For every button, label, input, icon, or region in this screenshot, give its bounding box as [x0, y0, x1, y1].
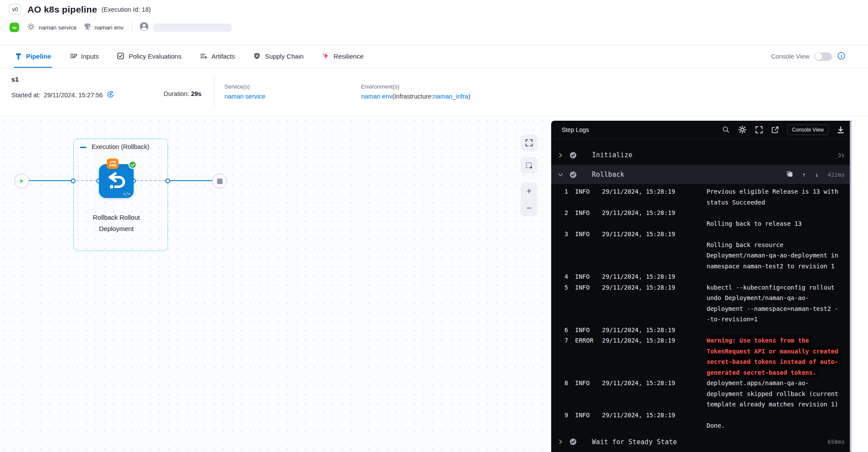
tab-resilience[interactable]: Resilience	[321, 45, 365, 68]
log-row: 2INFO29/11/2024, 15:28:19	[551, 208, 852, 218]
success-check-icon	[569, 438, 577, 445]
page-title: AO k8s pipeline	[27, 4, 97, 15]
tab-supply-chain[interactable]: Supply Chain	[252, 45, 304, 68]
duration-value: 29s	[191, 90, 201, 97]
policy-check-icon	[117, 52, 125, 60]
step-logs-header: Step Logs Console View	[551, 121, 852, 139]
tab-pipeline[interactable]: Pipeline	[14, 45, 52, 68]
search-icon[interactable]	[722, 126, 730, 133]
collapse-group-icon[interactable]	[80, 147, 86, 148]
chevron-right-icon[interactable]	[558, 439, 563, 444]
fullscreen-icon[interactable]	[755, 126, 763, 134]
log-line-number: 4	[562, 273, 568, 280]
step-logs-title: Step Logs	[562, 126, 589, 133]
log-timestamp: 29/11/2024, 15:28:19	[602, 327, 682, 333]
log-row: undo Deployment/naman-qa-ao-	[551, 293, 852, 304]
user-avatar-icon	[139, 21, 149, 33]
tab-label: Inputs	[81, 53, 99, 60]
log-row: -to-revision=1	[551, 314, 852, 325]
log-timestamp: 29/11/2024, 15:28:19	[602, 209, 682, 216]
services-column: Service(s) naman service	[224, 83, 265, 100]
fit-to-screen-button[interactable]	[521, 135, 537, 151]
log-line-number: 2	[562, 209, 568, 216]
log-row: TokenRequest API or manually created	[551, 346, 852, 357]
log-message: deployment skipped rollback (current	[707, 390, 838, 397]
log-message-cell: undo Deployment/naman-qa-ao-	[707, 294, 848, 301]
log-line-number: 7	[562, 337, 568, 344]
group-label: Execution (Rollback)	[92, 143, 149, 150]
log-level: INFO	[575, 231, 597, 238]
rollback-arrow-icon	[105, 170, 128, 194]
environment-link[interactable]: naman env	[361, 93, 392, 100]
services-label: Service(s)	[224, 83, 265, 90]
selection-box-icon	[525, 162, 533, 169]
log-level: INFO	[575, 327, 597, 333]
infrastructure-link[interactable]: naman_infra	[433, 93, 468, 100]
log-row: 7ERROR29/11/2024, 15:28:19Warning: Use t…	[551, 335, 852, 346]
infra-suffix: )	[468, 93, 470, 100]
log-scrollbar[interactable]	[850, 121, 852, 452]
tab-label: Pipeline	[26, 53, 51, 60]
toggle-knob	[815, 53, 822, 60]
log-line-number: 1	[562, 188, 568, 195]
step-name: Initialize	[592, 151, 632, 159]
log-message: template already matches revision 1)	[707, 401, 838, 408]
console-view-button[interactable]: Console View	[787, 125, 829, 135]
edge-start-to-group	[29, 180, 72, 181]
log-message-cell: Previous eligible Release is 13 with	[707, 188, 848, 195]
zoom-out-button[interactable]: −	[526, 203, 532, 212]
step-name: Rollback	[592, 171, 625, 178]
service-link[interactable]: naman service	[224, 93, 265, 100]
log-line-number: 9	[562, 412, 568, 419]
download-logs-icon[interactable]	[837, 126, 845, 134]
stage-name[interactable]: s1	[11, 76, 19, 83]
log-line-number: 3	[562, 231, 568, 238]
log-message: generated secret-based tokens.	[707, 367, 819, 378]
node-label-line2: Deployment	[77, 223, 155, 234]
scroll-up-icon[interactable]: ↑	[802, 171, 806, 178]
step-logs-panel: Step Logs Console View	[551, 121, 852, 452]
tab-artifacts[interactable]: Artifacts	[199, 45, 236, 68]
info-icon[interactable]	[837, 52, 845, 62]
node-label: Rollback Rollout Deployment	[77, 212, 155, 234]
log-message: secret-based tokens instead of auto-	[707, 356, 841, 367]
success-check-icon	[128, 161, 137, 169]
console-view-toggle[interactable]	[815, 53, 832, 61]
environment-name[interactable]: naman env	[95, 24, 124, 31]
log-row: 3INFO29/11/2024, 15:28:19	[551, 229, 852, 240]
service-name[interactable]: naman service	[39, 24, 77, 31]
step-row-initialize[interactable]: Initialize 3s	[551, 145, 852, 165]
log-row: deployment skipped rollback (current	[551, 389, 852, 399]
log-level: INFO	[575, 412, 597, 419]
log-row: 8INFO29/11/2024, 15:28:19deployment.apps…	[551, 378, 852, 389]
chevron-down-icon[interactable]	[558, 172, 563, 177]
console-view-control: Console View	[771, 45, 845, 68]
log-settings-gear-icon[interactable]	[738, 125, 747, 134]
log-level: INFO	[575, 273, 597, 280]
tab-policy-evaluations[interactable]: Policy Evaluations	[116, 45, 182, 68]
log-row: 1INFO29/11/2024, 15:28:19Previous eligib…	[551, 186, 852, 197]
log-message-cell: status Succeeded	[707, 199, 848, 206]
scroll-down-icon[interactable]: ↓	[815, 171, 818, 178]
title-row: v0 AO k8s pipeline (Execution Id: 18)	[9, 4, 151, 15]
open-in-new-tab-icon[interactable]	[771, 126, 779, 134]
log-message: Rolling back resource	[707, 241, 783, 248]
step-row-rollback[interactable]: Rollback ↑ ↓ 422ms	[551, 165, 852, 184]
tab-inputs[interactable]: Inputs	[69, 45, 100, 68]
version-badge[interactable]: v0	[9, 4, 21, 15]
redacted-user-email	[153, 23, 232, 32]
pipeline-canvas[interactable]: Execution (Rollback) </> Rollback Rollou…	[0, 116, 551, 452]
log-row: Deployment/naman-qa-ao-deployment in	[551, 250, 852, 261]
duration-label: Duration:	[164, 90, 189, 97]
rerun-history-icon[interactable]	[106, 90, 115, 100]
rollback-rollout-deployment-node[interactable]: </>	[99, 164, 134, 198]
step-row-wait-for-steady-state[interactable]: Wait for Steady State 658ms	[551, 432, 852, 452]
meta-row: ∞ naman service naman env	[10, 22, 232, 33]
log-message-cell: Rolling back resource	[707, 241, 848, 248]
zoom-in-button[interactable]: +	[526, 186, 532, 195]
chevron-right-icon[interactable]	[558, 153, 563, 158]
copy-logs-icon[interactable]	[786, 171, 793, 179]
log-message-cell: secret-based tokens instead of auto-	[707, 356, 848, 367]
inputs-icon	[69, 52, 77, 60]
multi-select-button[interactable]	[521, 157, 537, 174]
